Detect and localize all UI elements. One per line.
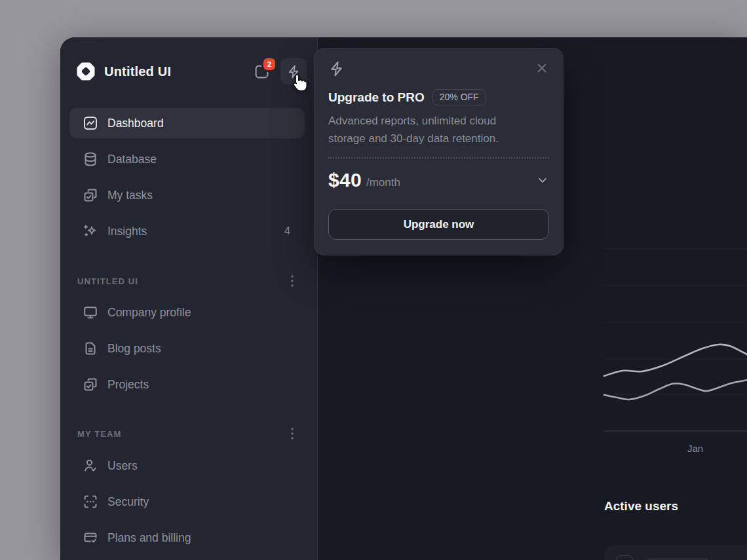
- chevron-down-icon[interactable]: [536, 174, 549, 187]
- section-header-my-team: MY TEAM: [77, 428, 294, 439]
- sidebar-item-label: Security: [107, 495, 149, 509]
- price-period: /month: [366, 176, 400, 189]
- sidebar-item-database[interactable]: Database: [69, 144, 305, 174]
- database-icon: [83, 151, 98, 167]
- tasks-icon: [83, 187, 98, 203]
- chart-line-series-upper: [604, 336, 747, 376]
- chart-gridlines: [604, 249, 747, 394]
- sidebar-item-my-tasks[interactable]: My tasks: [69, 180, 305, 210]
- notifications-button[interactable]: 2: [249, 59, 274, 84]
- upgrade-popover: Upgrade to PRO 20% OFF Advanced reports,…: [314, 48, 564, 255]
- sidebar-item-label: My tasks: [107, 189, 153, 202]
- dots-menu-icon[interactable]: [291, 428, 294, 439]
- sidebar-item-label: Plans and billing: [107, 531, 191, 545]
- close-icon[interactable]: [535, 61, 549, 75]
- sidebar-item-label: Users: [107, 459, 138, 473]
- description-line-1: Advanced reports, unlimited cloud: [328, 115, 496, 127]
- price-amount: $40: [328, 169, 362, 191]
- projects-icon: [83, 377, 98, 392]
- sidebar-item-label: Dashboard: [107, 117, 164, 130]
- description-line-2: storage and 30-day data retention.: [328, 132, 499, 145]
- hand-cursor: [290, 73, 307, 93]
- dotted-divider: [328, 157, 549, 159]
- sparkle-icon: [83, 223, 98, 239]
- insights-count-badge: 4: [284, 225, 290, 237]
- sidebar-item-label: Database: [107, 153, 157, 166]
- upgrade-now-button[interactable]: Upgrade now: [328, 209, 549, 240]
- dots-menu-icon[interactable]: [291, 275, 294, 287]
- untitled-ui-logo-icon: [76, 62, 96, 81]
- sidebar-item-label: Blog posts: [107, 342, 161, 356]
- dashboard-icon: [83, 115, 98, 131]
- document-icon: [83, 341, 98, 356]
- active-users-heading: Active users: [604, 499, 678, 513]
- sidebar-item-plans-billing[interactable]: Plans and billing: [69, 523, 305, 553]
- sidebar-item-label: Projects: [107, 378, 149, 392]
- traffic-chart-svg: [576, 236, 747, 458]
- active-users-card: [604, 545, 747, 560]
- zap-icon: [328, 60, 345, 77]
- section-header-untitled-ui: UNTITLED UI: [77, 275, 294, 287]
- axis-label-jan: Jan: [687, 443, 703, 454]
- sidebar-item-label: Insights: [107, 225, 147, 238]
- sidebar-item-projects[interactable]: Projects: [69, 369, 305, 400]
- sidebar-item-blog-posts[interactable]: Blog posts: [69, 333, 305, 364]
- sidebar: Untitled UI 2: [60, 37, 318, 560]
- discount-badge: 20% OFF: [432, 89, 486, 105]
- desktop-background: Untitled UI 2: [0, 0, 747, 560]
- sidebar-header: Untitled UI 2: [76, 58, 307, 85]
- sidebar-item-dashboard[interactable]: Dashboard: [69, 108, 305, 138]
- popover-description: Advanced reports, unlimited cloud storag…: [328, 112, 549, 147]
- section-label: MY TEAM: [77, 429, 121, 439]
- app-window: Untitled UI 2: [60, 37, 747, 560]
- credit-card-icon: [83, 530, 98, 546]
- section-untitled-ui: Company profile Blog posts: [69, 297, 305, 400]
- row-checkbox[interactable]: [616, 555, 633, 560]
- scan-icon: [83, 494, 98, 510]
- section-label: UNTITLED UI: [77, 276, 138, 286]
- popover-title-row: Upgrade to PRO 20% OFF: [328, 89, 549, 105]
- price-selector[interactable]: $40 /month: [328, 169, 549, 191]
- sidebar-item-company-profile[interactable]: Company profile: [69, 297, 305, 327]
- sidebar-item-security[interactable]: Security: [69, 487, 305, 517]
- popover-title: Upgrade to PRO: [328, 90, 425, 105]
- sidebar-item-users[interactable]: Users: [69, 451, 305, 481]
- notification-count-badge: 2: [263, 58, 275, 70]
- sidebar-item-label: Company profile: [107, 306, 191, 320]
- monitor-icon: [83, 305, 98, 320]
- section-my-team: Users Security: [69, 451, 305, 553]
- app-title: Untitled UI: [104, 64, 171, 79]
- user-check-icon: [83, 458, 98, 474]
- sidebar-item-insights[interactable]: Insights 4: [69, 216, 305, 246]
- primary-nav: Dashboard Database: [69, 108, 305, 246]
